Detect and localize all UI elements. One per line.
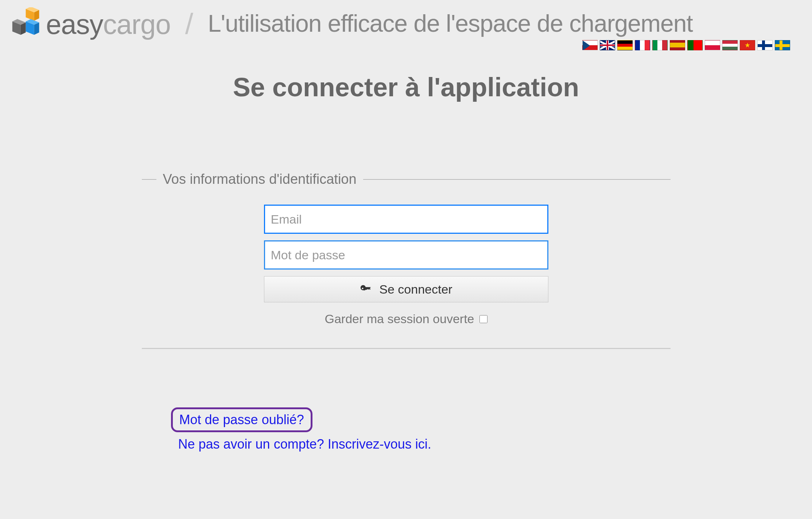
flag-fi-icon[interactable] xyxy=(757,40,773,50)
cube-logo-icon xyxy=(7,7,41,41)
email-field[interactable] xyxy=(264,205,548,234)
language-flags xyxy=(208,40,805,50)
remember-checkbox[interactable] xyxy=(479,315,487,323)
flag-de-icon[interactable] xyxy=(617,40,633,50)
flag-pl-icon[interactable] xyxy=(705,40,720,50)
legend-line-left xyxy=(142,179,156,180)
header: easycargo / L'utilisation efficace de l'… xyxy=(0,0,812,50)
login-form: Vos informations d'identification Se con… xyxy=(142,171,671,452)
login-button[interactable]: Se connecter xyxy=(264,276,548,302)
flag-uk-icon[interactable] xyxy=(600,40,615,50)
password-field[interactable] xyxy=(264,240,548,270)
header-right: L'utilisation efficace de l'espace de ch… xyxy=(208,7,805,50)
flag-es-icon[interactable] xyxy=(670,40,685,50)
remember-session[interactable]: Garder ma session ouverte xyxy=(264,312,548,326)
auth-links: Mot de passe oublié? Ne pas avoir un com… xyxy=(142,407,671,452)
tagline: L'utilisation efficace de l'espace de ch… xyxy=(208,9,805,37)
remember-label: Garder ma session ouverte xyxy=(325,312,474,326)
flag-vn-icon[interactable] xyxy=(740,40,755,50)
signup-link[interactable]: Ne pas avoir un compte? Inscrivez-vous i… xyxy=(171,437,671,452)
separator-slash: / xyxy=(182,7,197,41)
logo-text: easycargo xyxy=(46,8,171,40)
flag-hu-icon[interactable] xyxy=(722,40,738,50)
logo-text-secondary: cargo xyxy=(103,9,171,40)
flag-cz-icon[interactable] xyxy=(582,40,598,50)
page-title: Se connecter à l'application xyxy=(0,72,812,102)
logo[interactable]: easycargo xyxy=(7,7,171,41)
logo-text-primary: easy xyxy=(46,9,103,40)
forgot-password-link[interactable]: Mot de passe oublié? xyxy=(171,407,312,432)
flag-fr-icon[interactable] xyxy=(635,40,650,50)
legend-line-right xyxy=(363,179,671,180)
key-icon xyxy=(360,283,372,295)
legend-text: Vos informations d'identification xyxy=(163,171,357,187)
flag-se-icon[interactable] xyxy=(775,40,790,50)
horizontal-separator xyxy=(142,348,671,349)
login-button-label: Se connecter xyxy=(379,282,452,297)
form-legend: Vos informations d'identification xyxy=(142,171,671,187)
flag-pt-icon[interactable] xyxy=(687,40,703,50)
form-fields: Se connecter Garder ma session ouverte xyxy=(264,205,548,326)
flag-it-icon[interactable] xyxy=(652,40,668,50)
main: Se connecter à l'application Vos informa… xyxy=(0,72,812,452)
